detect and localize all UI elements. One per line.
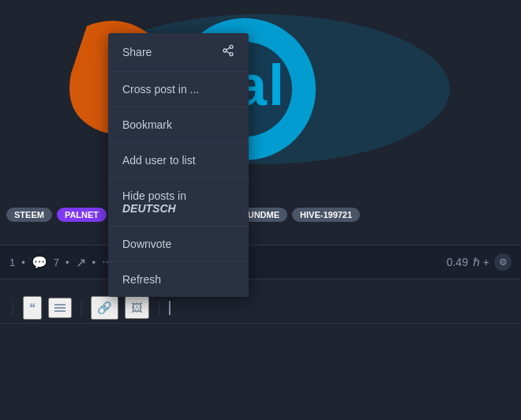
hive-value: 0.49 (447, 256, 468, 268)
tag-palnet[interactable]: PALNET (57, 208, 107, 222)
action-dot-3: • (92, 257, 96, 268)
quote-button[interactable]: ❝ (23, 296, 42, 320)
comment-icon[interactable]: 💬 (32, 255, 47, 270)
cross-post-label: Cross post in ... (122, 83, 199, 96)
svg-rect-5 (54, 304, 66, 306)
tags-bar: STEEM PALNET KIAN ACTNEARN UPFUNDME HIVE… (0, 199, 521, 231)
text-cursor (169, 301, 171, 315)
share-action-icon[interactable]: ↗ (76, 255, 86, 270)
toolbar-separator-right: | (156, 299, 163, 316)
bookmark-label: Bookmark (122, 118, 172, 131)
svg-rect-6 (54, 307, 66, 309)
downvote-label: Downvote (122, 238, 171, 250)
tag-steem[interactable]: STEEM (6, 208, 52, 222)
link-button[interactable]: 🔗 (91, 296, 118, 320)
comment-count: 7 (54, 257, 59, 268)
svg-rect-7 (54, 310, 66, 312)
toolbar-separator-left: | (9, 299, 17, 316)
action-dot-2: • (66, 257, 69, 268)
action-number: 1 (9, 257, 15, 268)
context-menu: Share Cross post in ... Bookmark Add use… (108, 33, 249, 297)
svg-line-11 (227, 51, 231, 54)
add-user-label: Add user to list (122, 154, 196, 167)
hide-posts-lang: DEUTSCH (122, 202, 176, 215)
action-dot-1: • (21, 257, 25, 268)
action-bar: 1 • 💬 7 • ↗ • ··· 0.49 ℏ + ⚙ (0, 245, 521, 279)
background-image-area: total (0, 0, 521, 182)
refresh-label: Refresh (122, 273, 161, 286)
tag-hive[interactable]: HIVE-199721 (292, 208, 360, 222)
menu-item-add-user[interactable]: Add user to list (108, 143, 249, 178)
list-button[interactable] (48, 298, 72, 318)
menu-item-hide-posts[interactable]: Hide posts in DEUTSCH (108, 178, 249, 227)
image-button[interactable]: 🖼 (125, 296, 149, 319)
menu-item-share[interactable]: Share (108, 33, 249, 72)
share-label: Share (122, 46, 152, 58)
share-icon (222, 44, 234, 60)
gear-icon[interactable]: ⚙ (494, 253, 512, 271)
svg-line-12 (227, 47, 231, 50)
hive-symbol: ℏ + (473, 256, 489, 268)
content-area (0, 324, 521, 420)
toolbar-separator-mid: | (78, 299, 85, 316)
menu-item-downvote[interactable]: Downvote (108, 227, 249, 262)
action-right: 0.49 ℏ + ⚙ (447, 253, 512, 271)
menu-item-bookmark[interactable]: Bookmark (108, 107, 249, 143)
hide-posts-label: Hide posts in DEUTSCH (122, 189, 234, 215)
editor-toolbar: | ❝ | 🔗 🖼 | (0, 292, 521, 324)
menu-item-refresh[interactable]: Refresh (108, 262, 249, 297)
menu-item-cross-post[interactable]: Cross post in ... (108, 72, 249, 107)
